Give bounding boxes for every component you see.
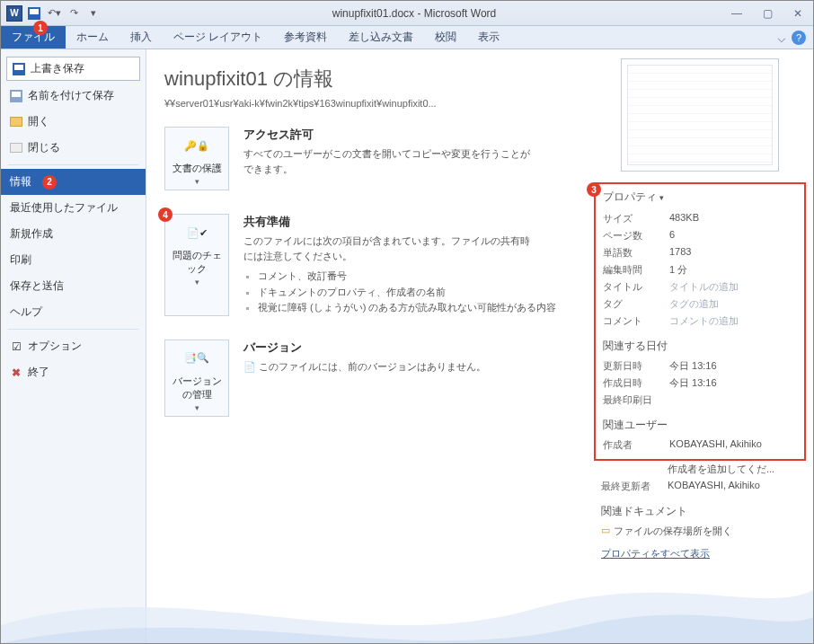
- qat-save-icon[interactable]: [26, 5, 42, 22]
- sidebar-item-label: 上書き保存: [31, 61, 84, 76]
- related-people-heading: 関連ユーザー: [603, 418, 797, 433]
- show-all-properties-link[interactable]: プロパティをすべて表示: [601, 547, 710, 560]
- tab-mailings[interactable]: 差し込み文書: [338, 26, 424, 49]
- sidebar-item-label: 名前を付けて保存: [28, 88, 114, 103]
- prop-row-lastmod: 最終更新者KOBAYASHI, Akihiko: [601, 478, 799, 495]
- sidebar-item-saveas[interactable]: 名前を付けて保存: [1, 83, 146, 109]
- tab-references[interactable]: 参考資料: [273, 26, 338, 49]
- lock-key-icon: 🔑🔒: [182, 133, 211, 158]
- prop-row-created: 作成日時今日 13:16: [603, 375, 797, 392]
- backstage: 上書き保存 名前を付けて保存 開く 閉じる 情報 2 最近使用したファイル 新規…: [1, 49, 813, 644]
- sidebar-item-close[interactable]: 閉じる: [1, 135, 146, 161]
- folder-open-icon: [10, 116, 22, 128]
- minimize-icon[interactable]: —: [727, 6, 747, 21]
- sidebar-item-label: 新規作成: [10, 226, 53, 242]
- word-app-icon[interactable]: W: [6, 5, 22, 22]
- quick-access-toolbar: W ↶▾ ↷ ▾: [6, 5, 102, 22]
- section-heading: アクセス許可: [243, 127, 531, 143]
- close-doc-icon: [10, 142, 22, 154]
- properties-panel: 3 プロパティ ▾ サイズ483KB ページ数6 単語数1783 編集時間1 分…: [587, 49, 813, 644]
- window-title: winupfixit01.docx - Microsoft Word: [102, 7, 727, 20]
- chevron-down-icon: ▾: [659, 193, 664, 202]
- help-icon[interactable]: ?: [792, 31, 806, 45]
- separator: [8, 164, 138, 165]
- prop-row-size: サイズ483KB: [603, 210, 797, 227]
- sidebar-item-label: 保存と送信: [10, 278, 64, 294]
- versions-section: 📑🔍 バージョンの管理▾ バージョン 📄 このファイルには、前のバージョンはあり…: [164, 340, 578, 417]
- list-item: ドキュメントのプロパティ、作成者の名前: [258, 285, 556, 301]
- save-icon: [13, 63, 25, 75]
- sidebar-item-label: 閉じる: [28, 140, 60, 155]
- prop-row-pages: ページ数6: [603, 227, 797, 244]
- sidebar-item-label: オプション: [28, 339, 82, 354]
- protect-document-button[interactable]: 🔑🔒 文書の保護▾: [164, 127, 229, 190]
- related-docs-heading: 関連ドキュメント: [601, 504, 799, 519]
- properties-heading[interactable]: プロパティ ▾: [603, 190, 797, 205]
- callout-badge-3: 3: [587, 182, 601, 197]
- backstage-sidebar: 上書き保存 名前を付けて保存 開く 閉じる 情報 2 最近使用したファイル 新規…: [1, 49, 146, 644]
- info-panel: winupfixit01 の情報 ¥¥server01¥usr¥aki-k¥fw…: [146, 49, 587, 644]
- folder-icon: ▭: [601, 525, 610, 538]
- manage-versions-button[interactable]: 📑🔍 バージョンの管理▾: [164, 340, 229, 417]
- tab-view[interactable]: 表示: [467, 26, 510, 49]
- open-file-location-link[interactable]: ▭ファイルの保存場所を開く: [601, 523, 799, 540]
- page-title: winupfixit01 の情報: [164, 66, 578, 93]
- document-path: ¥¥server01¥usr¥aki-k¥fwin2k¥tips¥163winu…: [164, 98, 578, 109]
- sidebar-item-print[interactable]: 印刷: [1, 247, 146, 273]
- prop-row-tag[interactable]: タグタグの追加: [603, 296, 797, 313]
- prop-row-title[interactable]: タイトルタイトルの追加: [603, 278, 797, 296]
- button-label: 文書の保護: [169, 162, 225, 175]
- tab-pagelayout[interactable]: ページ レイアウト: [163, 26, 273, 49]
- permissions-section: 🔑🔒 文書の保護▾ アクセス許可 すべてのユーザーがこの文書を開いてコピーや変更…: [164, 127, 578, 190]
- options-icon: ☑: [10, 340, 22, 353]
- qat-customize-icon[interactable]: ▾: [85, 5, 102, 22]
- sidebar-item-new[interactable]: 新規作成: [1, 221, 146, 247]
- properties-highlight-box: 3 プロパティ ▾ サイズ483KB ページ数6 単語数1783 編集時間1 分…: [594, 182, 806, 461]
- document-icon: 📄: [243, 361, 256, 372]
- callout-badge-4: 4: [158, 207, 173, 222]
- prop-row-comment[interactable]: コメントコメントの追加: [603, 313, 797, 330]
- qat-redo-icon[interactable]: ↷: [66, 5, 82, 22]
- titlebar: W ↶▾ ↷ ▾ winupfixit01.docx - Microsoft W…: [1, 1, 813, 26]
- ribbon-collapse-icon[interactable]: ⌵: [777, 29, 786, 46]
- sidebar-item-label: 開く: [28, 114, 49, 129]
- sidebar-item-save[interactable]: 上書き保存: [6, 57, 140, 81]
- button-label: バージョンの管理: [169, 375, 225, 401]
- sidebar-item-open[interactable]: 開く: [1, 109, 146, 135]
- prop-row-add-author[interactable]: 作成者を追加してくだ...: [601, 461, 799, 478]
- document-thumbnail[interactable]: [621, 58, 779, 172]
- close-icon[interactable]: ✕: [788, 6, 808, 21]
- properties-continued: 作成者を追加してくだ... 最終更新者KOBAYASHI, Akihiko 関連…: [594, 461, 806, 560]
- list-item: コメント、改訂番号: [258, 269, 556, 285]
- tab-home[interactable]: ホーム: [66, 26, 119, 49]
- qat-undo-icon[interactable]: ↶▾: [46, 5, 62, 22]
- list-item: 視覚に障碍 (しょうがい) のある方が読み取れない可能性がある内容: [258, 300, 556, 316]
- backstage-main: winupfixit01 の情報 ¥¥server01¥usr¥aki-k¥fw…: [146, 49, 813, 644]
- prop-row-printed: 最終印刷日: [603, 392, 797, 409]
- button-label: 問題のチェック: [169, 249, 225, 276]
- sidebar-item-label: 最近使用したファイル: [10, 200, 118, 216]
- sidebar-item-info[interactable]: 情報 2: [1, 169, 146, 195]
- sidebar-item-help[interactable]: ヘルプ: [1, 299, 146, 325]
- sidebar-item-recent[interactable]: 最近使用したファイル: [1, 195, 146, 221]
- section-heading: バージョン: [243, 340, 486, 356]
- sidebar-item-label: 終了: [28, 365, 49, 380]
- section-desc: このファイルには次の項目が含まれています。ファイルの共有時には注意してください。: [243, 234, 531, 263]
- tab-insert[interactable]: 挿入: [119, 26, 163, 49]
- sidebar-item-exit[interactable]: ✖終了: [1, 359, 146, 385]
- versions-icon: 📑🔍: [182, 346, 211, 371]
- related-dates-heading: 関連する日付: [603, 339, 797, 354]
- callout-badge-1: 1: [33, 21, 48, 35]
- prop-row-author: 作成者KOBAYASHI, Akihiko: [603, 437, 797, 454]
- sidebar-item-options[interactable]: ☑オプション: [1, 333, 146, 359]
- check-issues-button[interactable]: 4 📄✔ 問題のチェック▾: [164, 214, 229, 316]
- sidebar-item-label: 情報: [10, 174, 31, 190]
- sidebar-item-sendsave[interactable]: 保存と送信: [1, 273, 146, 299]
- tab-review[interactable]: 校閲: [424, 26, 467, 49]
- ribbon-tabs: ファイル 1 ホーム 挿入 ページ レイアウト 参考資料 差し込み文書 校閲 表…: [1, 26, 813, 49]
- section-desc: 📄 このファイルには、前のバージョンはありません。: [243, 359, 486, 375]
- saveas-icon: [10, 90, 22, 102]
- document-check-icon: 📄✔: [182, 220, 211, 245]
- maximize-icon[interactable]: ▢: [757, 6, 777, 21]
- callout-badge-2: 2: [42, 175, 57, 190]
